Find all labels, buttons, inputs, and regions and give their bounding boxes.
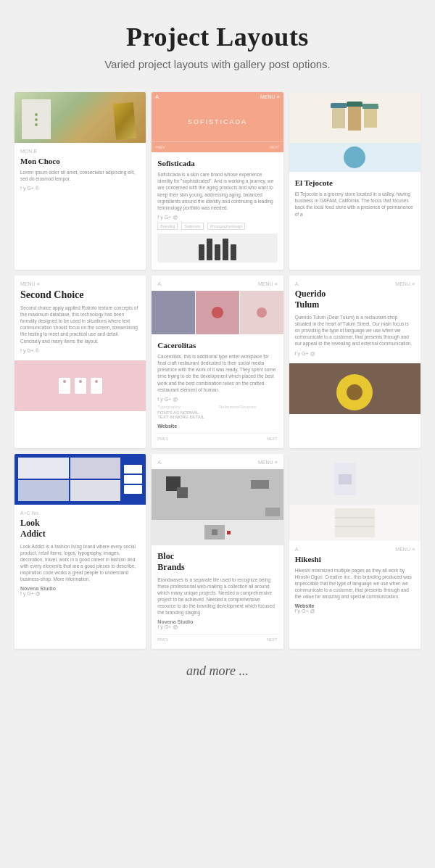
website-link[interactable]: Website	[157, 423, 277, 429]
tulum-donut-image	[289, 363, 420, 414]
jar3	[364, 107, 377, 128]
cacero-rose	[257, 307, 267, 318]
bloc-box4	[265, 508, 280, 516]
sofisticada-prev: PREV	[155, 145, 165, 149]
collage2	[70, 458, 121, 479]
sofisticada-next: NEXT	[270, 145, 279, 149]
card-title: Second Choice	[20, 289, 140, 302]
page-wrapper: Project Layouts Varied project layouts w…	[0, 0, 435, 708]
cacero-box3	[240, 291, 283, 334]
info-label1: Typography:	[157, 405, 216, 409]
bottle5	[231, 244, 236, 260]
card-body: Sofisticada is a skin care brand whose e…	[157, 171, 277, 211]
card-hikeshi-image	[289, 454, 420, 505]
row1: MON.B Mon Choco Lorem ipsum dolor sit am…	[14, 92, 420, 270]
card-look-addict[interactable]: A+C No. Look Addict Look Addict is a fas…	[14, 454, 146, 650]
card-el-tejocote[interactable]: El Tejocote El Tejocote is a grocery sto…	[289, 92, 420, 270]
card-sofisticada-content: Sofisticada Sofisticada is a skin care b…	[152, 152, 283, 270]
card-body: Look Addict is a fashion living brand wh…	[20, 543, 140, 583]
collage1	[18, 458, 69, 479]
card-meta: MENU ≡	[20, 281, 140, 286]
bottle2	[207, 239, 212, 260]
hikeshi-fabric	[335, 508, 375, 537]
meta-left: MENU ≡	[20, 281, 40, 286]
jar2-lid	[347, 102, 362, 107]
cacero-box1	[152, 291, 195, 334]
card-social: f y G+ @	[157, 624, 277, 629]
dot1	[35, 113, 38, 116]
bottle1	[199, 244, 204, 260]
hikeshi-shape1	[334, 463, 356, 495]
meta-left: A+C No.	[20, 511, 40, 516]
nav-next: NEXT	[267, 437, 278, 441]
meta-right: MENU ≡	[258, 460, 278, 465]
sofisticada-tags: Branding Stationery Photography/design	[157, 223, 277, 230]
bottle3	[215, 244, 220, 260]
cacero-seal	[212, 307, 223, 318]
jar2	[348, 105, 361, 131]
card-hikeshi[interactable]: A. MENU ≡ Hikeshi Hikeshi minimized mult…	[289, 454, 420, 650]
page-subtitle: Varied project layouts with gallery post…	[14, 58, 420, 70]
card-title: Sofisticada	[157, 158, 277, 168]
card-meta: A. MENU ≡	[157, 460, 277, 465]
card-cacerolitas-content: Cacerolitas Cacerolitas, this is additio…	[152, 334, 283, 448]
card-body: Hikeshi minimized multiple pages as they…	[295, 567, 415, 600]
hikeshi-sub-image	[289, 505, 420, 541]
bloc-box3	[251, 480, 269, 489]
meta-left: A.	[157, 460, 162, 465]
card-el-tejocote-content: El Tejocote El Tejocote is a grocery sto…	[289, 172, 420, 228]
card-look-addict-content: A+C No. Look Addict Look Addict is a fas…	[14, 505, 146, 604]
jar3-lid	[362, 104, 378, 109]
chocolate-bar	[113, 102, 136, 140]
fabric-line1	[335, 517, 375, 518]
nav-prev: PREV	[157, 437, 168, 441]
website-link[interactable]: Website	[295, 603, 415, 608]
info-references: Reference/Sources:	[219, 405, 278, 421]
studio-label: Novena Studio	[157, 619, 277, 624]
cacerolitas-image	[152, 291, 283, 334]
fabric-line2	[335, 526, 375, 527]
bloc-sub-dot	[212, 529, 218, 535]
page-title: Project Layouts	[14, 22, 420, 52]
price-tag2	[75, 378, 86, 394]
card-body: Lorem ipsum dolor sit amet, consectetur …	[20, 169, 140, 182]
tag-photography: Photography/design	[207, 223, 245, 230]
card-social: f y G+ @	[295, 351, 415, 356]
card-bloc-brands[interactable]: A. MENU ≡ Bloc Brands Brandwaves is a se…	[152, 454, 283, 650]
price-tag3	[91, 378, 102, 394]
shape1-inner	[339, 474, 352, 484]
card-social: f y G+ @	[157, 397, 277, 402]
meta-left: A.	[295, 281, 300, 286]
collage3	[18, 480, 69, 501]
card-cacerolitas-header: A. MENU ≡	[152, 276, 283, 291]
price-tag	[59, 378, 70, 394]
meta-left: A.	[295, 547, 300, 552]
card-body: El Tejocote is a grocery store located i…	[295, 191, 415, 217]
tag-branding: Branding	[157, 223, 178, 230]
dot2	[35, 118, 38, 121]
bloc-sub-box	[204, 525, 225, 540]
card-el-tejocote-image	[289, 92, 420, 143]
card-second-choice-content: MENU ≡ Second Choice Second choice apply…	[14, 276, 146, 360]
card-querido-tulum[interactable]: A. MENU ≡ Querido Tulum Querido Tulum (D…	[289, 276, 420, 448]
card-social: f y G+ ®	[20, 186, 140, 191]
nav-prevnext: PREV NEXT	[157, 433, 277, 441]
card-sofisticada[interactable]: A. MENU ≡ SOFISTICADA PREV NEXT Sofistic…	[152, 92, 283, 270]
card-mon-choco-content: MON.B Mon Choco Lorem ipsum dolor sit am…	[14, 143, 146, 198]
dot3	[35, 123, 38, 126]
card-social: f y G+ ®	[20, 348, 140, 353]
card-meta: A. MENU ≡	[295, 281, 415, 286]
card-body: Second choice apply applied Roboto textu…	[20, 305, 140, 344]
sofisticada-hero-title: SOFISTICADA	[188, 118, 247, 125]
card-mon-choco[interactable]: MON.B Mon Choco Lorem ipsum dolor sit am…	[14, 92, 146, 270]
info-label2: Reference/Sources:	[219, 405, 278, 409]
donut-hole	[347, 384, 362, 400]
look-cards	[124, 465, 142, 494]
card-cacerolitas[interactable]: A. MENU ≡ Cacerolitas Cacerolitas, this …	[152, 276, 283, 448]
card-title: El Tejocote	[295, 178, 415, 188]
and-more-text: and more ...	[186, 664, 249, 678]
card-second-choice[interactable]: MENU ≡ Second Choice Second choice apply…	[14, 276, 146, 448]
card-body: Brandwaves is a separate life used to re…	[157, 576, 277, 616]
sofisticada-hero: SOFISTICADA	[152, 102, 283, 141]
sofisticada-menu: MENU ≡	[260, 94, 280, 99]
